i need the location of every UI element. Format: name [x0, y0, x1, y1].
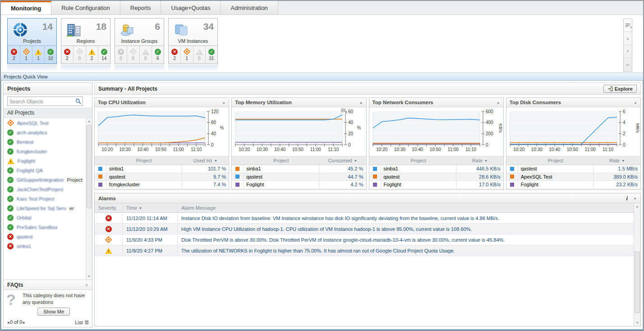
tile-instance-groups[interactable]: 6Instance Groups×00!0✓6 — [115, 18, 164, 64]
status-critical[interactable]: ×2 — [8, 46, 20, 63]
faqts-footer: ◄0 of 0► List ≣ — [4, 318, 92, 327]
chart-table-row[interactable]: sinba1101.7 % — [95, 165, 229, 173]
status-fatal[interactable]: 0 — [73, 46, 85, 63]
status-fatal[interactable]: 1 — [20, 46, 32, 63]
tab-usage-quotas[interactable]: Usage+Quotas — [161, 1, 221, 14]
chart-menu-icon[interactable] — [341, 109, 345, 112]
scroll-up-icon[interactable]: ▲ — [624, 32, 632, 45]
status-fatal[interactable]: 1 — [180, 46, 193, 63]
chart-table-row[interactable]: Foglight23.2 KB/s — [506, 181, 640, 189]
chart-table-row[interactable]: Foglight4.2 % — [232, 181, 366, 189]
show-me-button[interactable]: Show Me — [37, 308, 70, 316]
scroll-down-icon[interactable]: ▼ — [624, 45, 632, 58]
value-column-header[interactable]: Rate▼ — [456, 156, 503, 165]
tab-reports[interactable]: Reports — [120, 1, 161, 14]
tile-vm-instances[interactable]: 34VM Instances×21!0✓31 — [168, 18, 218, 64]
tile-options-icon[interactable]: ●▪ — [624, 58, 632, 71]
sidebar-item-bentest[interactable]: ✓Bentest — [4, 137, 86, 147]
info-icon[interactable]: i — [626, 195, 628, 202]
status-critical[interactable]: ×2 — [61, 46, 73, 63]
sidebar-item-fcmgkecluster[interactable]: ✓fcmgkecluster — [4, 147, 86, 156]
sidebar-item-qastest[interactable]: ×qastest — [4, 232, 86, 241]
status-normal[interactable]: ✓10 — [44, 46, 56, 63]
status-warning[interactable]: !2 — [86, 46, 98, 63]
status-fatal[interactable]: 0 — [127, 46, 139, 63]
tab-monitoring[interactable]: Monitoring — [1, 1, 51, 14]
status-normal[interactable]: ✓14 — [98, 46, 110, 63]
sidebar-item-presales-sandbox[interactable]: ✓PreSales Sandbox — [4, 222, 86, 232]
chart-collapse-icon[interactable]: ▲ — [634, 101, 637, 105]
alarm-row[interactable]: !11/9/20 4:27 PMThe utilization of NETWO… — [95, 245, 634, 256]
fatal-icon — [130, 48, 137, 55]
chart-table: ProjectConsumed▼sinba145.2 %qastest44.7 … — [232, 156, 366, 189]
tile-projects[interactable]: 14Projects×21!1✓10 — [7, 18, 57, 64]
chart-table-row[interactable]: Foglight17.0 KB/s — [369, 181, 503, 189]
status-critical[interactable]: ×0 — [115, 46, 127, 63]
status-warning[interactable]: !0 — [193, 46, 205, 63]
tile-regions[interactable]: 18Regions×20!2✓14 — [61, 18, 110, 64]
alarm-row[interactable]: 11/9/20 4:33 PMDisk Throttled PerVM is a… — [95, 234, 634, 245]
sidebar-item-all-projects[interactable]: All Projects — [4, 108, 92, 118]
status-normal[interactable]: ✓31 — [205, 46, 217, 63]
alarms-collapse-icon[interactable]: ▲ — [633, 196, 637, 200]
sidebar-item-litespeed-for-sql-server[interactable]: ✓LiteSpeed for Sql Server — [4, 203, 86, 213]
tab-rule-configuration[interactable]: Rule Configuration — [51, 1, 120, 14]
tab-administration[interactable]: Administration — [221, 1, 278, 14]
sidebar-item-foglight-qa[interactable]: ✓Foglight QA — [4, 166, 86, 175]
sidebar-item-jackchentestproject[interactable]: ✓JackChenTestProject — [4, 184, 86, 194]
alarm-row[interactable]: ×11/12/20 11:14 AMInstance Disk IO devia… — [95, 213, 634, 224]
status-critical[interactable]: ×2 — [169, 46, 180, 63]
chart-table-row[interactable]: fcmgkecluster7.4 % — [95, 181, 229, 189]
search-icon[interactable] — [75, 98, 81, 104]
chart-table-row[interactable]: qastest28.6 KB/s — [369, 173, 503, 181]
alarms-scrollbar-up-icon[interactable]: ▲ — [634, 203, 640, 210]
series-swatch — [235, 183, 239, 187]
chart-title: Top Network Consumers — [373, 100, 433, 105]
svg-text:600: 600 — [486, 109, 493, 114]
sidebar-item-foglight[interactable]: !Foglight — [4, 156, 86, 166]
alarms-body: SeverityTime▼Alarm Message×11/12/20 11:1… — [95, 203, 640, 326]
fatal-icon — [76, 48, 83, 55]
value-column-header[interactable]: Used Hz▼ — [182, 156, 229, 165]
warning-icon: ! — [35, 49, 42, 55]
alarms-scrollbar-down-icon[interactable]: ▼ — [634, 320, 640, 326]
scrollbar-thumb[interactable] — [87, 125, 92, 208]
chart-table-row[interactable]: qastest1.5 MB/s — [506, 165, 640, 173]
chart-table-row[interactable]: sinba145.2 % — [232, 165, 366, 173]
sort-menu-icon[interactable] — [624, 19, 632, 32]
series-swatch-cell — [506, 181, 518, 188]
alarms-scrollbar-thumb[interactable] — [635, 252, 640, 313]
search-input[interactable] — [8, 99, 75, 104]
status-warning[interactable]: !0 — [139, 46, 152, 63]
sidebar-item-gitsupportintegrationproject[interactable]: ✓GitSupportIntegrationProject — [4, 175, 86, 184]
explore-button[interactable]: Explore — [603, 85, 637, 93]
time-column-header[interactable]: Time▼ — [123, 203, 178, 212]
chart-collapse-icon[interactable]: ▲ — [359, 101, 363, 105]
page-prev-icon[interactable]: ◄ — [6, 321, 10, 325]
svg-text:10:20: 10:20 — [101, 147, 113, 152]
chart-table-row[interactable]: qastest9.7 % — [95, 173, 229, 181]
scrollbar-down-icon[interactable]: ▼ — [86, 273, 92, 280]
chart-table-row[interactable]: sinba1446.5 KB/s — [369, 165, 503, 173]
project-name: LiteSpeed for Sql Serv — [17, 206, 66, 211]
value-column-header[interactable]: Rate▼ — [593, 156, 640, 165]
project-list-scrollbar[interactable]: ▲ ▼ — [86, 118, 92, 280]
sidebar-item-apexsql-test[interactable]: ApexSQL Test — [4, 118, 86, 128]
list-view-toggle[interactable]: List ≣ — [75, 319, 89, 326]
value-column-header[interactable]: Consumed▼ — [319, 156, 366, 165]
sidebar-item-sinba1[interactable]: ×sinba1 — [4, 241, 86, 251]
chart-collapse-icon[interactable]: ▲ — [222, 101, 225, 105]
scrollbar-up-icon[interactable]: ▲ — [86, 118, 92, 124]
faqts-collapse-icon[interactable]: » — [84, 283, 90, 286]
page-next-icon[interactable]: ► — [22, 321, 26, 325]
alarms-scrollbar[interactable]: ▲ ▼ — [634, 203, 640, 326]
chart-table-row[interactable]: qastest44.7 % — [232, 173, 366, 181]
sidebar-item-karo-test-project[interactable]: ✓Karo Test Project — [4, 194, 86, 203]
chart-collapse-icon[interactable]: ▲ — [497, 101, 500, 105]
sidebar-item-orbital[interactable]: ✓Orbital — [4, 213, 86, 222]
alarm-row[interactable]: ×11/12/20 10:29 AMHigh VM Instance CPU U… — [95, 224, 634, 234]
sidebar-item-arch-analytics[interactable]: ✓arch-analytics — [4, 128, 86, 137]
status-warning[interactable]: !1 — [32, 46, 44, 63]
status-normal[interactable]: ✓6 — [152, 46, 164, 63]
chart-table-row[interactable]: ApexSQL Test389.0 KB/s — [506, 173, 640, 181]
